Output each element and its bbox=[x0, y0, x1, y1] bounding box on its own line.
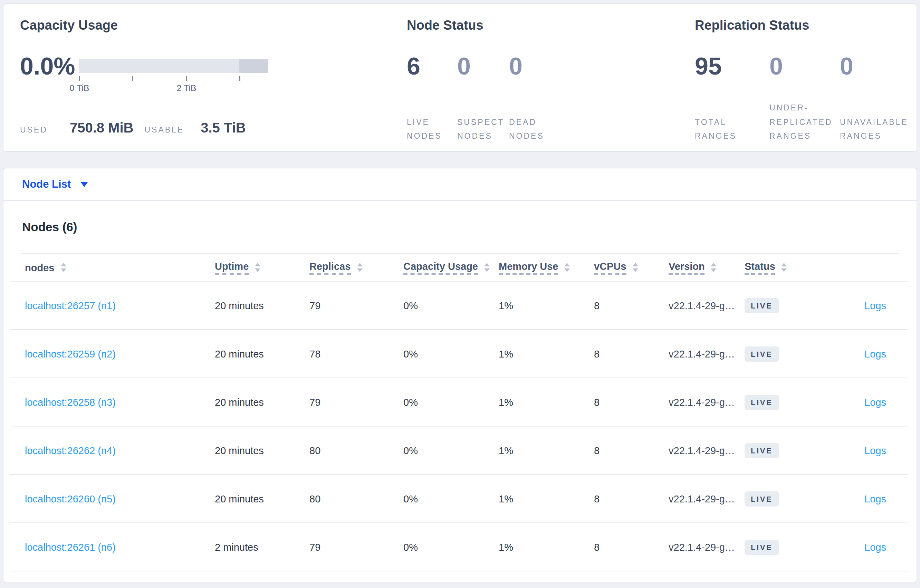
node-list-dropdown-label: Node List bbox=[22, 178, 71, 191]
uptime-cell: 20 minutes bbox=[215, 348, 309, 359]
vcpus-cell: 8 bbox=[594, 348, 669, 359]
capacity-bar-overflow-segment bbox=[239, 59, 268, 73]
node-address-link[interactable]: localhost:26260 (n5) bbox=[25, 493, 215, 504]
replicas-cell: 79 bbox=[309, 396, 403, 407]
usable-value: 3.5 TiB bbox=[201, 120, 246, 136]
logs-link[interactable]: Logs bbox=[864, 445, 886, 456]
suspect-nodes-value: 0 bbox=[457, 54, 509, 78]
vcpus-cell: 8 bbox=[594, 541, 669, 552]
version-cell: v22.1.4-29-g… bbox=[669, 300, 745, 311]
column-header-memory-use[interactable]: Memory Use bbox=[499, 260, 594, 274]
axis-tick bbox=[132, 76, 133, 81]
chevron-down-icon bbox=[81, 182, 87, 187]
version-cell: v22.1.4-29-g… bbox=[669, 396, 745, 407]
status-badge: LIVE bbox=[745, 491, 779, 506]
vcpus-cell: 8 bbox=[594, 493, 669, 504]
sort-icon bbox=[564, 263, 570, 272]
status-cell: LIVE bbox=[745, 298, 816, 313]
under-replicated-ranges-stat: 0 UNDER-REPLICATED RANGES bbox=[769, 54, 840, 144]
sort-icon bbox=[60, 263, 66, 272]
column-header-vcpus[interactable]: vCPUs bbox=[594, 260, 669, 274]
cluster-overview-page: Capacity Usage 0.0% 0 TiB 2 TiB USED 750… bbox=[0, 0, 920, 588]
node-status-section: Node Status 6 LIVE NODES 0 SUSPECT NODES… bbox=[407, 4, 641, 151]
status-cell: LIVE bbox=[745, 491, 816, 506]
live-nodes-value: 6 bbox=[407, 54, 457, 78]
logs-cell: Logs bbox=[816, 493, 886, 504]
live-nodes-stat: 6 LIVE NODES bbox=[407, 54, 457, 144]
capacity-cell: 0% bbox=[403, 396, 499, 407]
dead-nodes-label: DEAD NODES bbox=[509, 115, 571, 144]
column-header-version[interactable]: Version bbox=[669, 260, 745, 274]
logs-cell: Logs bbox=[816, 445, 886, 456]
node-list-dropdown[interactable]: Node List bbox=[22, 178, 87, 191]
axis-tick bbox=[79, 76, 80, 81]
node-address-link[interactable]: localhost:26258 (n3) bbox=[25, 396, 215, 407]
replication-status-section: Replication Status 95 TOTAL RANGES 0 UND… bbox=[695, 4, 916, 151]
nodes-table-title: Nodes (6) bbox=[3, 201, 917, 235]
table-row: localhost:26257 (n1) 20 minutes 79 0% 1%… bbox=[10, 281, 907, 330]
version-cell: v22.1.4-29-g… bbox=[669, 348, 745, 359]
logs-link[interactable]: Logs bbox=[864, 541, 886, 552]
memory-cell: 1% bbox=[499, 445, 594, 456]
table-row: localhost:26259 (n2) 20 minutes 78 0% 1%… bbox=[10, 330, 907, 378]
capacity-usage-title: Capacity Usage bbox=[20, 18, 118, 33]
status-cell: LIVE bbox=[745, 346, 816, 361]
memory-cell: 1% bbox=[499, 348, 594, 359]
vcpus-cell: 8 bbox=[594, 396, 669, 407]
sort-icon bbox=[633, 263, 638, 272]
logs-link[interactable]: Logs bbox=[864, 348, 886, 359]
node-status-title: Node Status bbox=[407, 18, 483, 33]
node-address-link[interactable]: localhost:26261 (n6) bbox=[25, 541, 215, 552]
status-badge: LIVE bbox=[745, 298, 779, 313]
logs-link[interactable]: Logs bbox=[864, 493, 886, 504]
capacity-figures: USED 750.8 MiB USABLE 3.5 TiB bbox=[20, 120, 246, 136]
axis-tick bbox=[186, 76, 187, 81]
column-header-replicas[interactable]: Replicas bbox=[309, 260, 403, 274]
replicas-cell: 80 bbox=[309, 493, 403, 504]
unavailable-ranges-value: 0 bbox=[840, 54, 920, 78]
replicas-cell: 80 bbox=[309, 445, 403, 456]
logs-link[interactable]: Logs bbox=[864, 300, 886, 311]
memory-cell: 1% bbox=[499, 493, 594, 504]
table-row: localhost:26261 (n6) 2 minutes 79 0% 1% … bbox=[10, 523, 907, 572]
usable-label: USABLE bbox=[144, 126, 184, 134]
uptime-cell: 2 minutes bbox=[215, 541, 309, 552]
suspect-nodes-label: SUSPECT NODES bbox=[457, 115, 509, 144]
version-cell: v22.1.4-29-g… bbox=[669, 445, 745, 456]
capacity-cell: 0% bbox=[403, 300, 499, 311]
node-address-link[interactable]: localhost:26259 (n2) bbox=[25, 348, 215, 359]
logs-link[interactable]: Logs bbox=[864, 396, 886, 407]
status-cell: LIVE bbox=[745, 540, 816, 554]
capacity-usage-bar: 0 TiB 2 TiB bbox=[79, 59, 268, 73]
column-header-uptime[interactable]: Uptime bbox=[215, 260, 309, 274]
column-header-nodes[interactable]: nodes bbox=[25, 262, 215, 273]
node-address-link[interactable]: localhost:26257 (n1) bbox=[25, 300, 215, 311]
status-cell: LIVE bbox=[745, 394, 816, 410]
memory-cell: 1% bbox=[499, 541, 594, 552]
dead-nodes-value: 0 bbox=[509, 54, 571, 78]
node-status-stats: 6 LIVE NODES 0 SUSPECT NODES 0 DEAD NODE… bbox=[407, 54, 571, 144]
capacity-usage-section: Capacity Usage 0.0% 0 TiB 2 TiB USED 750… bbox=[20, 4, 324, 151]
node-address-link[interactable]: localhost:26262 (n4) bbox=[25, 445, 215, 456]
total-ranges-label: TOTAL RANGES bbox=[695, 115, 769, 144]
capacity-cell: 0% bbox=[403, 493, 499, 504]
vcpus-cell: 8 bbox=[594, 300, 669, 311]
sort-icon bbox=[711, 263, 717, 272]
cluster-summary-card: Capacity Usage 0.0% 0 TiB 2 TiB USED 750… bbox=[3, 3, 917, 152]
suspect-nodes-stat: 0 SUSPECT NODES bbox=[457, 54, 509, 144]
under-replicated-ranges-value: 0 bbox=[769, 54, 840, 78]
version-cell: v22.1.4-29-g… bbox=[669, 493, 745, 504]
capacity-percent-value: 0.0% bbox=[20, 54, 75, 78]
memory-cell: 1% bbox=[499, 396, 594, 407]
axis-tick bbox=[239, 76, 240, 81]
sort-icon bbox=[357, 263, 362, 272]
column-header-capacity-usage[interactable]: Capacity Usage bbox=[403, 260, 499, 274]
column-header-status[interactable]: Status bbox=[745, 260, 816, 274]
sort-icon bbox=[255, 263, 261, 272]
memory-cell: 1% bbox=[499, 300, 594, 311]
logs-cell: Logs bbox=[816, 396, 886, 407]
total-ranges-value: 95 bbox=[695, 54, 769, 78]
replicas-cell: 79 bbox=[309, 541, 403, 552]
axis-tick-label: 2 TiB bbox=[177, 84, 196, 93]
used-value: 750.8 MiB bbox=[70, 120, 134, 136]
